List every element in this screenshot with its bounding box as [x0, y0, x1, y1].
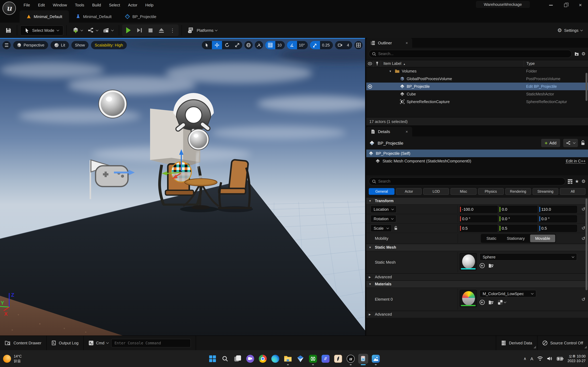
grid-snap-control[interactable]: 10: [265, 41, 285, 49]
outliner-search[interactable]: [369, 50, 572, 58]
rotate-tool-button[interactable]: [222, 41, 232, 49]
derived-data-button[interactable]: Derived Data: [496, 336, 537, 350]
photos-app-button[interactable]: [371, 354, 380, 363]
item-label-column-header[interactable]: Item Label▲: [381, 61, 524, 66]
eject-button[interactable]: [156, 25, 167, 35]
static-mesh-thumbnail[interactable]: [460, 253, 477, 270]
menu-file[interactable]: File: [20, 0, 34, 10]
details-scrollbar[interactable]: [586, 199, 587, 290]
details-settings-gear-icon[interactable]: ⚙: [581, 179, 586, 184]
edit-bp-projectile-link[interactable]: Edit BP_Projectile: [526, 84, 557, 89]
viewport-options-button[interactable]: [2, 41, 11, 49]
source-control-button[interactable]: Source Control Off: [537, 336, 588, 350]
snipping-tool-button[interactable]: [358, 354, 368, 363]
static-mesh-advanced-row[interactable]: ▶ Advanced: [366, 273, 588, 280]
scale-x-input[interactable]: 0.5: [460, 225, 498, 232]
outliner-row-globalpostprocessvolume[interactable]: GlobalPostProcessVolume PostProcessVolum…: [366, 75, 588, 83]
new-folder-icon[interactable]: [574, 51, 579, 56]
camera-speed-control[interactable]: 4: [335, 41, 352, 49]
console-command-box[interactable]: [111, 339, 191, 347]
location-dropdown[interactable]: Location: [371, 206, 397, 213]
select-mode-dropdown[interactable]: Select Mode: [20, 25, 64, 35]
component-row-self[interactable]: BP_Projectile (Self): [366, 150, 588, 157]
tab-level-blueprint-minimal-default[interactable]: Minimal_Default: [69, 10, 118, 23]
volume-icon[interactable]: [547, 356, 553, 361]
menu-help[interactable]: Help: [141, 0, 157, 10]
filter-streaming[interactable]: Streaming: [533, 188, 558, 195]
outliner-row-bp-projectile[interactable]: BP_Projectile Edit BP_Projectile: [366, 83, 588, 90]
type-column-header[interactable]: Type: [524, 60, 588, 67]
filter-misc[interactable]: Misc: [451, 188, 476, 195]
tray-chevron-up[interactable]: ∧: [524, 356, 527, 361]
rotation-dropdown[interactable]: Rotation: [371, 215, 397, 222]
menu-actor[interactable]: Actor: [124, 0, 141, 10]
stop-button[interactable]: [145, 25, 156, 35]
feather-app-button[interactable]: [333, 354, 343, 363]
cinematics-dropdown[interactable]: [101, 25, 116, 35]
select-tool-button[interactable]: [202, 41, 212, 49]
wifi-icon[interactable]: [537, 356, 543, 361]
rotation-y-input[interactable]: 0.0 °: [499, 215, 537, 222]
transform-section-header[interactable]: ▼ Transform: [366, 197, 588, 204]
start-button[interactable]: [208, 354, 217, 363]
task-view-button[interactable]: [233, 354, 242, 363]
use-selected-asset-icon[interactable]: [480, 300, 485, 305]
details-tab[interactable]: Details ×: [366, 127, 412, 136]
outliner-row-spherereflectioncapture[interactable]: SphereReflectionCapture SphereReflection…: [366, 98, 588, 106]
file-explorer-button[interactable]: [283, 354, 292, 363]
battery-charging-icon[interactable]: [557, 357, 563, 361]
location-z-input[interactable]: 110.0: [539, 206, 577, 213]
platforms-dropdown[interactable]: Platforms: [185, 25, 220, 35]
outliner-row-cube[interactable]: Cube StaticMeshActor: [366, 90, 588, 98]
scale-dropdown[interactable]: Scale: [371, 225, 391, 232]
material-options-dropdown[interactable]: [498, 300, 506, 305]
visible-eye-icon[interactable]: [368, 84, 372, 89]
menu-tools[interactable]: Tools: [71, 0, 88, 10]
world-local-toggle[interactable]: [244, 41, 253, 49]
material-thumbnail[interactable]: [460, 290, 477, 307]
visibility-column-header[interactable]: [366, 60, 374, 67]
reset-material-icon[interactable]: ↺: [579, 297, 588, 302]
materials-advanced-row[interactable]: ▶ Advanced: [366, 311, 588, 318]
move-tool-button[interactable]: [212, 41, 222, 49]
taskbar-clock[interactable]: 오후 10:00 2022-10-27: [568, 354, 586, 363]
level-viewport[interactable]: Z Y X Perspective Lit Show: [0, 38, 365, 335]
lit-dropdown[interactable]: Lit: [51, 41, 69, 49]
filter-actor[interactable]: Actor: [396, 188, 422, 195]
filter-general[interactable]: General: [369, 188, 394, 195]
settings-dropdown[interactable]: ⚙ Settings: [555, 25, 585, 35]
menu-select[interactable]: Select: [105, 0, 124, 10]
menu-edit[interactable]: Edit: [34, 0, 49, 10]
mobility-stationary[interactable]: Stationary: [502, 234, 530, 242]
scale-lock-icon[interactable]: [394, 226, 397, 230]
material-asset-dropdown[interactable]: M_ColorGrid_LowSpec: [480, 290, 536, 297]
tab-bp-projectile[interactable]: BP_Projectile: [118, 10, 163, 23]
chat-app-button[interactable]: [245, 354, 255, 363]
filter-rendering[interactable]: Rendering: [505, 188, 531, 195]
pin-column-header[interactable]: [374, 60, 381, 67]
skip-frame-button[interactable]: [134, 25, 145, 35]
close-button[interactable]: ×: [577, 2, 584, 8]
filter-all[interactable]: All: [560, 188, 586, 195]
favorites-star-icon[interactable]: ★: [575, 179, 579, 184]
cmd-dropdown[interactable]: Cmd: [89, 340, 108, 346]
output-log-button[interactable]: Output Log: [47, 336, 84, 350]
console-command-input[interactable]: [114, 341, 187, 345]
materials-section-header[interactable]: ▼ Materials: [366, 280, 588, 287]
perspective-dropdown[interactable]: Perspective: [13, 41, 48, 49]
details-search[interactable]: [369, 177, 565, 185]
ime-indicator[interactable]: A: [530, 356, 533, 361]
scale-snap-control[interactable]: 0.25: [310, 41, 333, 49]
add-component-button[interactable]: + Add: [541, 139, 560, 147]
static-mesh-section-header[interactable]: ▼ Static Mesh: [366, 244, 588, 251]
outliner-row-volumes[interactable]: ▼ Volumes Folder: [366, 67, 588, 75]
content-drawer-button[interactable]: Content Drawer: [0, 336, 47, 350]
save-button[interactable]: [3, 25, 14, 35]
display-options-icon[interactable]: [568, 179, 572, 184]
edge-button[interactable]: [271, 354, 280, 363]
location-y-input[interactable]: 0.0: [499, 206, 537, 213]
close-icon[interactable]: ×: [406, 41, 408, 45]
rotation-z-input[interactable]: 0.0 °: [539, 215, 577, 222]
taskbar-search-button[interactable]: [220, 354, 230, 363]
media-app-button[interactable]: //: [321, 354, 330, 363]
